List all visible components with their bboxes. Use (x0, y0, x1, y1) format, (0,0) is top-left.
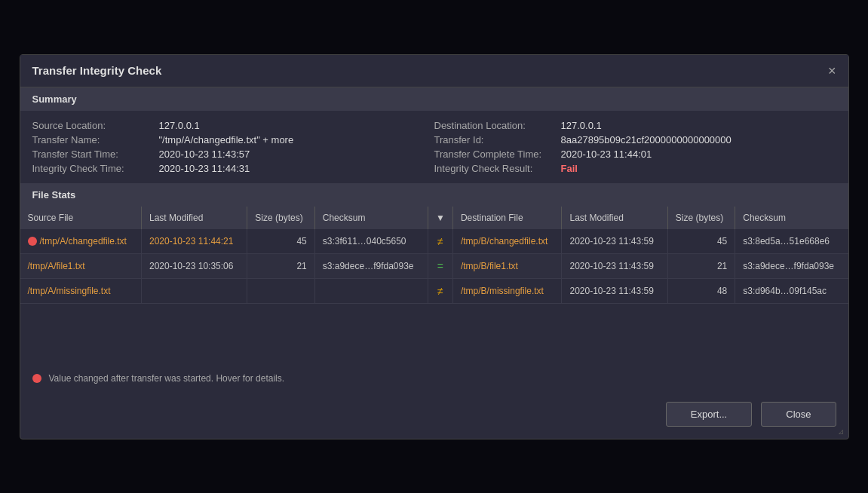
source-location-value: 127.0.0.1 (159, 120, 200, 131)
file-stats-table: Source File Last Modified Size (bytes) C… (20, 207, 848, 304)
alert-icon (28, 237, 37, 246)
file-stats-section: File Stats Source File Last Modified Siz… (20, 183, 848, 304)
summary-row-transfer-complete: Transfer Complete Time: 2020-10-23 11:44… (434, 149, 836, 160)
col-dest-size[interactable]: Size (bytes) (667, 207, 735, 229)
footer-note-text: Value changed after transfer was started… (49, 373, 285, 384)
transfer-complete-value: 2020-10-23 11:44:01 (561, 149, 652, 160)
dest-last-modified-cell: 2020-10-23 11:43:59 (562, 229, 667, 254)
source-size-cell: 45 (247, 229, 314, 254)
export-button[interactable]: Export... (666, 402, 752, 427)
transfer-name-label: Transfer Name: (32, 134, 153, 145)
dest-size-cell: 48 (667, 278, 735, 303)
transfer-start-label: Transfer Start Time: (32, 149, 153, 160)
source-size-cell: 21 (247, 253, 314, 278)
source-file-cell: /tmp/A/missingfile.txt (20, 278, 142, 303)
col-dest-last-modified[interactable]: Last Modified (562, 207, 667, 229)
source-last-modified-cell (142, 278, 247, 303)
summary-section-header: Summary (20, 87, 848, 111)
transfer-start-value: 2020-10-23 11:43:57 (159, 149, 250, 160)
summary-row-integrity-result: Integrity Check Result: Fail (434, 163, 836, 174)
dest-last-modified-cell: 2020-10-23 11:43:59 (562, 278, 667, 303)
table-row: /tmp/A/changedfile.txt2020-10-23 11:44:2… (20, 229, 848, 254)
destination-location-value: 127.0.0.1 (561, 120, 602, 131)
destination-file-cell: /tmp/B/changedfile.txt (452, 229, 562, 254)
destination-file-name: /tmp/B/missingfile.txt (461, 286, 544, 296)
transfer-id-label: Transfer Id: (434, 134, 555, 145)
table-header-row: Source File Last Modified Size (bytes) C… (20, 207, 848, 229)
destination-file-cell: /tmp/B/missingfile.txt (452, 278, 562, 303)
source-checksum-cell: s3:3f611…040c5650 (314, 229, 428, 254)
col-sort-indicator[interactable]: ▼ (428, 207, 453, 229)
button-row: Export... Close (20, 393, 848, 439)
destination-file-cell: /tmp/B/file1.txt (452, 253, 562, 278)
dest-checksum-cell: s3:8ed5a…51e668e6 (735, 229, 848, 254)
modal-title: Transfer Integrity Check (32, 64, 162, 77)
summary-row-transfer-id: Transfer Id: 8aa27895b09c21cf20000000000… (434, 134, 836, 145)
table-row: /tmp/A/file1.txt2020-10-23 10:35:0621s3:… (20, 253, 848, 278)
summary-row-transfer-name: Transfer Name: "/tmp/A/changedfile.txt" … (32, 134, 434, 145)
modal-overlay: Transfer Integrity Check × Summary Sourc… (0, 0, 868, 493)
source-last-modified-cell: 2020-10-23 11:44:21 (142, 229, 247, 254)
summary-row-integrity-check: Integrity Check Time: 2020-10-23 11:44:3… (32, 163, 434, 174)
summary-row-source-location: Source Location: 127.0.0.1 (32, 120, 434, 131)
summary-grid: Source Location: 127.0.0.1 Destination L… (20, 111, 848, 183)
modal-header: Transfer Integrity Check × (20, 55, 848, 87)
summary-row-destination-location: Destination Location: 127.0.0.1 (434, 120, 836, 131)
source-file-name: /tmp/A/changedfile.txt (40, 236, 127, 246)
col-source-last-modified[interactable]: Last Modified (142, 207, 247, 229)
integrity-check-value: 2020-10-23 11:44:31 (159, 163, 250, 174)
integrity-check-label: Integrity Check Time: (32, 163, 153, 174)
footer-note: Value changed after transfer was started… (20, 364, 848, 393)
file-stats-table-container: Source File Last Modified Size (bytes) C… (20, 207, 848, 304)
integrity-result-value: Fail (561, 163, 578, 174)
empty-area (20, 304, 848, 364)
destination-location-label: Destination Location: (434, 120, 555, 131)
col-source-file[interactable]: Source File (20, 207, 142, 229)
dest-size-cell: 45 (667, 229, 735, 254)
transfer-complete-label: Transfer Complete Time: (434, 149, 555, 160)
resize-handle[interactable]: ⊿ (838, 427, 844, 436)
integrity-result-label: Integrity Check Result: (434, 163, 555, 174)
file-stats-header: File Stats (20, 183, 848, 207)
warning-icon (32, 374, 41, 383)
dest-size-cell: 21 (667, 253, 735, 278)
comparison-symbol-cell: = (428, 253, 453, 278)
dest-checksum-cell: s3:d964b…09f145ac (735, 278, 848, 303)
col-source-size[interactable]: Size (bytes) (247, 207, 314, 229)
source-file-cell: /tmp/A/changedfile.txt (20, 229, 142, 254)
destination-file-name: /tmp/B/file1.txt (461, 261, 518, 271)
source-file-cell: /tmp/A/file1.txt (20, 253, 142, 278)
transfer-name-value: "/tmp/A/changedfile.txt" + more (159, 134, 294, 145)
source-file-name: /tmp/A/file1.txt (28, 261, 85, 271)
source-size-cell (247, 278, 314, 303)
source-file-name: /tmp/A/missingfile.txt (28, 286, 111, 296)
summary-row-transfer-start: Transfer Start Time: 2020-10-23 11:43:57 (32, 149, 434, 160)
dest-last-modified-cell: 2020-10-23 11:43:59 (562, 253, 667, 278)
source-checksum-cell: s3:a9dece…f9fda093e (314, 253, 428, 278)
close-icon-button[interactable]: × (828, 64, 836, 78)
destination-file-name: /tmp/B/changedfile.txt (461, 236, 547, 246)
comparison-symbol-cell: ≠ (428, 229, 453, 254)
col-destination-file[interactable]: Destination File (452, 207, 562, 229)
source-location-label: Source Location: (32, 120, 153, 131)
modal: Transfer Integrity Check × Summary Sourc… (20, 54, 849, 439)
comparison-symbol-cell: ≠ (428, 278, 453, 303)
transfer-id-value: 8aa27895b09c21cf2000000000000000 (561, 134, 732, 145)
close-button[interactable]: Close (761, 402, 836, 427)
source-last-modified-cell: 2020-10-23 10:35:06 (142, 253, 247, 278)
col-dest-checksum[interactable]: Checksum (735, 207, 848, 229)
table-row: /tmp/A/missingfile.txt≠/tmp/B/missingfil… (20, 278, 848, 303)
dest-checksum-cell: s3:a9dece…f9fda093e (735, 253, 848, 278)
source-checksum-cell (314, 278, 428, 303)
col-source-checksum[interactable]: Checksum (314, 207, 428, 229)
